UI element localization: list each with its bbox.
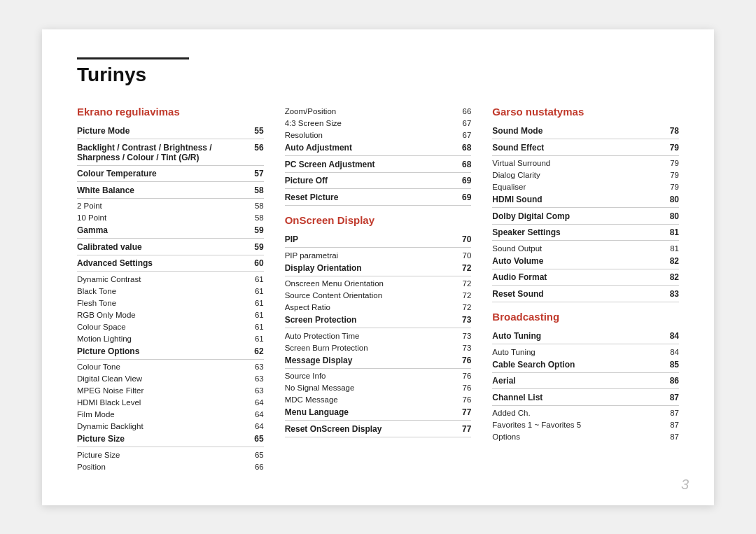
- toc-num: 58: [244, 202, 264, 210]
- toc-num: 59: [244, 242, 264, 252]
- toc-label: Source Info: [285, 372, 452, 380]
- toc-label: No Signal Message: [285, 384, 452, 392]
- toc-sub-entry: No Signal Message76: [285, 382, 472, 394]
- toc-sub-entry: Aspect Ratio72: [285, 302, 472, 314]
- toc-num: 61: [244, 287, 264, 295]
- toc-num: 81: [659, 227, 679, 237]
- toc-num: 79: [659, 183, 679, 191]
- toc-entry: Favorites 1 ~ Favorites 587: [492, 419, 679, 431]
- toc-label: 4:3 Screen Size: [285, 119, 452, 127]
- toc-num: 66: [244, 463, 264, 471]
- toc-label: Motion Lighting: [77, 335, 244, 343]
- toc-num: 85: [659, 360, 679, 370]
- toc-label: Gamma: [77, 225, 244, 235]
- toc-entry: Position66: [77, 461, 264, 472]
- toc-entry: Dynamic Contrast61: [77, 273, 264, 285]
- toc-label: Reset Sound: [492, 289, 659, 299]
- toc-entry: White Balance58: [77, 183, 264, 199]
- col-ekrano: Ekrano reguliavimas Picture Mode55Backli…: [77, 106, 285, 473]
- toc-label: Options: [492, 433, 659, 441]
- toc-label: 10 Point: [77, 213, 244, 222]
- toc-entry-main: Message Display76: [285, 353, 472, 369]
- toc-num: 69: [451, 176, 471, 185]
- toc-label: Screen Burn Protection: [285, 344, 452, 352]
- toc-entry: Dynamic Backlight64: [77, 421, 264, 433]
- toc-num: 58: [244, 213, 264, 222]
- toc-num: 84: [659, 331, 679, 341]
- toc-label: 2 Point: [77, 202, 244, 210]
- section-heading-garso: Garso nustatymas: [492, 106, 679, 118]
- toc-num: 80: [659, 211, 679, 221]
- toc-entry: Equaliser79: [492, 181, 679, 193]
- toc-num: 87: [659, 421, 679, 429]
- toc-entry: Auto Adjustment68: [285, 141, 472, 157]
- col2-entries-top: Zoom/Position664:3 Screen Size67Resoluti…: [285, 106, 472, 141]
- toc-entry: 2 Point58: [77, 200, 264, 212]
- toc-num: 84: [659, 348, 679, 356]
- toc-label: Digital Clean View: [77, 374, 244, 383]
- toc-label: HDMI Black Level: [77, 398, 244, 407]
- toc-label: Colour Space: [77, 323, 244, 331]
- toc-entry: Auto Tuning84: [492, 330, 679, 345]
- toc-label: Screen Protection: [285, 315, 452, 325]
- toc-label: Display Orientation: [285, 263, 452, 273]
- toc-num: 64: [244, 422, 264, 430]
- title-bar: [77, 57, 189, 59]
- toc-entry: Sound Mode78: [492, 125, 679, 140]
- toc-num: 77: [451, 407, 471, 417]
- toc-entry: Channel List87: [492, 391, 679, 406]
- toc-num: 62: [244, 346, 264, 356]
- toc-num: 56: [244, 143, 264, 153]
- toc-sub-entry: MDC Message76: [285, 394, 472, 406]
- toc-entry: Aerial86: [492, 374, 679, 390]
- toc-num: 68: [451, 143, 471, 153]
- toc-label: Black Tone: [77, 287, 244, 295]
- toc-num: 61: [244, 275, 264, 283]
- toc-entry: Auto Volume82: [492, 254, 679, 269]
- toc-label: Sound Output: [492, 244, 659, 253]
- toc-label: PIP: [285, 234, 452, 244]
- col3-broadcast-entries: Auto Tuning84Auto Tuning84Cable Search O…: [492, 330, 679, 443]
- toc-num: 55: [244, 126, 264, 136]
- toc-label: Channel List: [492, 393, 659, 402]
- toc-label: Backlight / Contrast / Brightness / Shar…: [77, 143, 244, 162]
- toc-num: 87: [659, 409, 679, 417]
- section-heading-ekrano: Ekrano reguliavimas: [77, 106, 264, 118]
- toc-entry: Advanced Settings60: [77, 257, 264, 272]
- toc-entry: PC Screen Adjustment68: [285, 157, 472, 173]
- toc-entry-main: Screen Protection73: [285, 314, 472, 329]
- toc-num: 61: [244, 323, 264, 331]
- toc-num: 72: [451, 291, 471, 300]
- toc-label: RGB Only Mode: [77, 311, 244, 319]
- toc-entry: 4:3 Screen Size67: [285, 118, 472, 129]
- toc-sub-entry: PIP parametrai70: [285, 249, 472, 261]
- toc-entry: Motion Lighting61: [77, 332, 264, 344]
- toc-label: MDC Message: [285, 395, 452, 404]
- toc-label: HDMI Sound: [492, 195, 659, 204]
- toc-sub-entry: Onscreen Menu Orientation72: [285, 278, 472, 290]
- toc-num: 73: [451, 344, 471, 352]
- toc-label: Dynamic Contrast: [77, 275, 244, 283]
- section-heading-broadcasting: Broadcasting: [492, 311, 679, 323]
- toc-label: PC Screen Adjustment: [285, 160, 452, 169]
- toc-entry: Speaker Settings81: [492, 226, 679, 241]
- page-title: Turinys: [77, 64, 679, 86]
- col2-sections: PIP70PIP parametrai70Display Orientation…: [285, 233, 472, 437]
- toc-entry: Reset Picture69: [285, 190, 472, 206]
- toc-entry: Picture Options62: [77, 344, 264, 360]
- section-heading-onscreen: OnScreen Display: [285, 214, 472, 226]
- toc-label: Calibrated value: [77, 242, 244, 252]
- toc-num: 79: [659, 143, 679, 153]
- toc-label: Picture Off: [285, 176, 452, 185]
- toc-entry: Sound Effect79: [492, 141, 679, 156]
- toc-entry: Picture Size65: [77, 449, 264, 461]
- toc-entry: Sound Output81: [492, 242, 679, 254]
- toc-label: Position: [77, 463, 244, 471]
- toc-label: Reset Picture: [285, 192, 452, 202]
- toc-num: 64: [244, 398, 264, 407]
- toc-label: Aspect Ratio: [285, 303, 452, 311]
- toc-entry: Colour Temperature57: [77, 167, 264, 183]
- toc-entry: Reset Sound83: [492, 287, 679, 302]
- toc-num: 87: [659, 393, 679, 402]
- toc-label: Speaker Settings: [492, 227, 659, 237]
